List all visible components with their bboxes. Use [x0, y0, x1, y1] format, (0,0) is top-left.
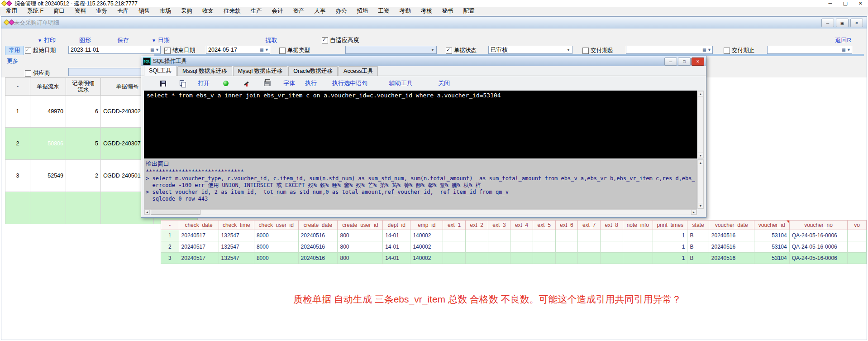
sql-tab-2[interactable]: Mssql 数据库迁移 [177, 66, 232, 76]
results-cell[interactable]: QA-24-05-16-0006 [789, 230, 848, 241]
results-col-header[interactable]: voucher_date [709, 221, 754, 230]
results-cell[interactable]: B [687, 241, 709, 253]
results-col-header[interactable]: print_times [653, 221, 687, 230]
doc-type-checkbox[interactable] [279, 48, 286, 54]
tab-common[interactable]: 常用 [5, 46, 24, 55]
menu-item-21[interactable]: 秘书 [437, 7, 458, 15]
chevron-down-icon[interactable]: ▼ [567, 48, 572, 52]
calendar-icon[interactable]: ▦ ▼ [257, 48, 270, 52]
results-cell[interactable] [600, 241, 623, 253]
run-selected-button[interactable]: 执行选中语句 [332, 79, 367, 87]
extract-button[interactable]: 提取 [266, 36, 277, 44]
menu-item-14[interactable]: 资产 [288, 7, 310, 15]
results-cell[interactable] [848, 241, 867, 253]
auto-height-toggle[interactable]: 自适应高度 [322, 36, 359, 44]
results-cell[interactable] [600, 253, 623, 264]
orders-col-header[interactable]: 单据流水 [30, 78, 66, 96]
results-cell[interactable] [578, 253, 601, 264]
close-button[interactable]: 关闭 [438, 79, 450, 87]
save-icon[interactable] [160, 81, 166, 86]
scroll-up-icon[interactable]: ▲ [698, 160, 703, 165]
results-cell[interactable]: 1 [653, 241, 687, 253]
results-cell[interactable]: 14-01 [383, 230, 410, 241]
menu-item-12[interactable]: 生产 [246, 7, 267, 15]
results-col-header[interactable]: check_user_id [254, 221, 298, 230]
child-close-button[interactable]: ✕ [850, 19, 863, 27]
results-cell[interactable]: 132547 [219, 253, 254, 264]
results-cell[interactable]: 20240516 [709, 230, 754, 241]
results-cell[interactable]: 1 [653, 230, 687, 241]
results-cell[interactable]: 20240517 [179, 230, 219, 241]
menu-item-9[interactable]: 采购 [176, 7, 197, 15]
menu-item-17[interactable]: 招培 [352, 7, 373, 15]
results-col-header[interactable]: voucher_no [789, 221, 848, 230]
menu-item-2[interactable]: 系统 F [22, 7, 48, 15]
minimize-icon[interactable]: ─ [829, 0, 832, 6]
editor-scrollbar[interactable]: ▲ ▼ [697, 91, 704, 158]
tool-wand-icon[interactable] [243, 80, 249, 86]
menu-item-3[interactable]: 窗口 [48, 7, 70, 15]
orders-cell[interactable]: 2 [66, 160, 101, 192]
results-cell[interactable]: 140002 [410, 241, 443, 253]
results-cell[interactable]: 20240517 [179, 253, 219, 264]
results-col-header[interactable]: dept_id [383, 221, 410, 230]
results-col-header[interactable]: emp_id [410, 221, 443, 230]
results-cell[interactable]: 8000 [254, 253, 298, 264]
orders-cell[interactable]: 49970 [30, 96, 66, 128]
orders-cell[interactable]: 3 [5, 160, 30, 192]
menu-item-11[interactable]: 往来款 [219, 7, 246, 15]
results-cell[interactable] [600, 230, 623, 241]
results-cell[interactable] [848, 230, 867, 241]
scroll-down-icon[interactable]: ▼ [698, 153, 703, 158]
results-cell[interactable] [510, 253, 533, 264]
results-cell[interactable]: 800 [338, 241, 383, 253]
results-col-header[interactable]: ext_6 [555, 221, 578, 230]
end-date-field[interactable]: 2024-05-17▦ ▼ [206, 46, 270, 54]
results-cell[interactable]: 20240517 [179, 241, 219, 253]
calendar-icon[interactable]: ▦ ▼ [700, 48, 712, 52]
scroll-up-icon[interactable]: ▲ [698, 91, 703, 96]
deliver-from-field[interactable]: ▦ ▼ [626, 46, 713, 54]
results-col-header[interactable]: ext_1 [443, 221, 466, 230]
results-cell[interactable] [443, 253, 466, 264]
menu-item-13[interactable]: 会计 [267, 7, 288, 15]
output-hscrollbar[interactable]: ◄ ► [144, 209, 697, 215]
deliver-from-checkbox[interactable] [582, 48, 589, 54]
menu-item-22[interactable]: 配置 [458, 7, 480, 15]
sql-tab-4[interactable]: Oracle数据迁移 [288, 66, 338, 76]
deliver-to-checkbox[interactable] [724, 48, 730, 54]
results-cell[interactable] [465, 253, 488, 264]
copy-icon[interactable] [180, 80, 186, 87]
results-cell[interactable]: 14-01 [383, 241, 410, 253]
results-col-header[interactable]: ext_8 [600, 221, 623, 230]
results-cell[interactable] [555, 253, 578, 264]
back-button[interactable]: 返回R [835, 36, 851, 44]
menu-item-4[interactable]: 资料 [70, 7, 91, 15]
results-cell[interactable]: 20240516 [298, 253, 338, 264]
results-cell[interactable] [488, 230, 510, 241]
supplier-checkbox[interactable] [25, 70, 31, 77]
results-cell[interactable]: QA-24-05-16-0006 [789, 253, 848, 264]
orders-cell[interactable]: 5 [66, 128, 101, 160]
orders-cell[interactable]: 1 [5, 96, 30, 128]
results-cell[interactable] [555, 241, 578, 253]
results-cell[interactable] [533, 230, 555, 241]
menu-item-18[interactable]: 工资 [373, 7, 395, 15]
child-minimize-button[interactable]: ─ [821, 19, 834, 27]
results-cell[interactable]: B [687, 230, 709, 241]
results-cell[interactable] [623, 253, 653, 264]
results-cell[interactable]: 53104 [754, 230, 789, 241]
orders-cell[interactable]: 6 [66, 96, 101, 128]
results-col-header[interactable]: ext_7 [578, 221, 601, 230]
results-col-header[interactable]: check_time [219, 221, 254, 230]
results-cell[interactable]: 20240516 [709, 241, 754, 253]
results-cell[interactable] [488, 241, 510, 253]
results-cell[interactable]: 1 [653, 253, 687, 264]
results-cell[interactable]: 2 [161, 241, 179, 253]
sql-editor[interactable]: select * from ebs_v a inner join ebs_vr_… [144, 91, 697, 158]
deliver-to-field[interactable]: ▦ ▼ [767, 46, 852, 54]
menu-item-19[interactable]: 考勤 [395, 7, 416, 15]
orders-cell[interactable] [5, 192, 30, 224]
calendar-icon[interactable]: ▦ ▼ [148, 48, 160, 52]
end-date-checkbox[interactable] [164, 48, 171, 54]
